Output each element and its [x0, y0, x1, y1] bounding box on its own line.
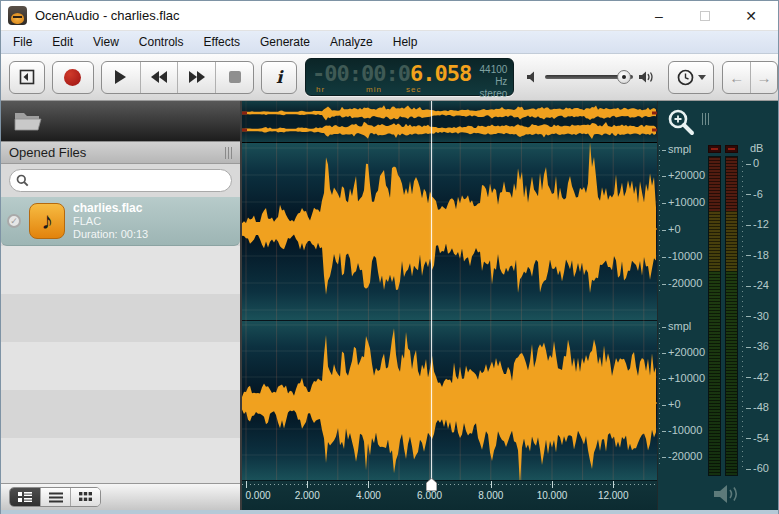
clock-icon: [677, 69, 694, 86]
forward-icon: [189, 71, 205, 83]
transport-group: [101, 61, 254, 94]
menu-controls[interactable]: Controls: [129, 31, 194, 53]
search-area: [1, 164, 240, 197]
menu-generate[interactable]: Generate: [250, 31, 320, 53]
info-icon: i: [276, 67, 282, 87]
monitor-speaker-icon[interactable]: [712, 483, 740, 505]
waveform-overview[interactable]: [242, 101, 657, 143]
time-tick-label: 4.000: [356, 490, 381, 501]
menu-analyze[interactable]: Analyze: [320, 31, 383, 53]
time-tick: [552, 481, 553, 488]
file-list[interactable]: ✓ ♪ charlies.flac FLAC Duration: 00:13: [1, 197, 240, 483]
panel-left-toggle-icon: [19, 69, 35, 85]
waveform-area[interactable]: 0.0002.0004.0006.0008.00010.00012.000: [242, 101, 657, 510]
db-tick-label: -6: [746, 188, 763, 200]
app-logo-icon: [8, 6, 27, 25]
maximize-icon: [700, 11, 710, 21]
db-tick-label: -30: [746, 310, 769, 322]
db-tick-label: -12: [746, 218, 769, 230]
amp-ruler-ch2: [659, 323, 660, 468]
panel-grip-icon-right[interactable]: [702, 113, 709, 125]
menu-file[interactable]: File: [3, 31, 42, 53]
amp-tick-label: -20000: [662, 450, 702, 462]
time-tick-label: 8.000: [478, 490, 503, 501]
time-axis-dots: [242, 484, 657, 485]
waveform-channel-left[interactable]: [242, 143, 657, 321]
amp-tick-label: +20000: [662, 346, 705, 358]
play-icon: [115, 70, 126, 84]
view-list-button[interactable]: [40, 488, 70, 506]
menu-help[interactable]: Help: [383, 31, 428, 53]
window-title: OcenAudio - charlies.flac: [35, 8, 180, 23]
maximize-button[interactable]: [694, 8, 716, 24]
level-meter-right: [725, 156, 738, 476]
waveform-channel-right[interactable]: [242, 321, 657, 480]
time-digits-bright: 6.058: [410, 61, 471, 86]
amp-tick-label: +0: [662, 223, 681, 235]
amp-tick-label: -10000: [662, 424, 702, 436]
search-icon: [16, 174, 29, 187]
amp-tick-label: -20000: [662, 277, 702, 289]
panel-title-bar[interactable]: Opened Files: [1, 141, 240, 164]
amp-tick-label: +10000: [662, 372, 705, 384]
amp-tick-label: +0: [662, 398, 681, 410]
db-tick-label: -24: [746, 279, 769, 291]
nav-back-button[interactable]: ←: [723, 62, 750, 93]
title-bar[interactable]: OcenAudio - charlies.flac – ✕: [1, 1, 778, 31]
view-grid-button[interactable]: [70, 488, 100, 506]
music-note-icon: ♪: [29, 203, 65, 239]
check-circle-icon: ✓: [7, 214, 21, 228]
view-detailed-button[interactable]: [10, 488, 40, 506]
time-tick-label: 6.000: [417, 490, 442, 501]
menu-effects[interactable]: Effects: [194, 31, 250, 53]
toggle-sidebar-button[interactable]: [9, 61, 45, 94]
time-tick-label: 2.000: [295, 490, 320, 501]
time-format-button[interactable]: [668, 61, 714, 94]
info-button[interactable]: i: [261, 61, 297, 94]
chevron-down-icon: [698, 75, 706, 80]
menu-bar: FileEditViewControlsEffectsGenerateAnaly…: [1, 31, 778, 54]
speaker-high-icon: [638, 70, 656, 84]
stop-button[interactable]: [215, 62, 253, 93]
time-axis[interactable]: 0.0002.0004.0006.0008.00010.00012.000: [242, 480, 657, 510]
detailed-list-icon: [18, 492, 32, 503]
panel-title: Opened Files: [9, 145, 86, 160]
volume-slider-knob[interactable]: [617, 70, 631, 84]
playhead-line[interactable]: [431, 101, 432, 481]
volume-slider[interactable]: [545, 75, 633, 79]
search-input[interactable]: [29, 172, 231, 190]
stop-icon: [229, 71, 241, 83]
menu-view[interactable]: View: [83, 31, 129, 53]
app-window: OcenAudio - charlies.flac – ✕ FileEditVi…: [0, 0, 779, 514]
record-button[interactable]: [52, 61, 94, 94]
menu-edit[interactable]: Edit: [42, 31, 83, 53]
db-tick-label: -36: [746, 340, 769, 352]
zoom-tool-icon[interactable]: [665, 107, 697, 139]
clip-indicator-right[interactable]: [725, 145, 738, 153]
time-tick: [307, 481, 308, 488]
sidebar-header: [1, 101, 240, 141]
simple-list-icon: [49, 492, 63, 503]
rewind-button[interactable]: [140, 62, 178, 93]
nav-forward-button[interactable]: →: [750, 62, 777, 93]
minimize-button[interactable]: –: [648, 8, 670, 24]
time-tick: [613, 481, 614, 488]
right-panel: dB smpl+20000+10000+0-10000-20000smpl+20…: [657, 101, 778, 510]
close-button[interactable]: ✕: [740, 8, 762, 24]
play-button[interactable]: [102, 62, 140, 93]
panel-grip-icon[interactable]: [225, 147, 232, 159]
open-folder-icon: [13, 109, 45, 133]
window-bottom-edge: [1, 510, 778, 514]
clip-indicator-left[interactable]: [708, 145, 721, 153]
grid-icon: [79, 492, 92, 503]
file-item-charlies[interactable]: ✓ ♪ charlies.flac FLAC Duration: 00:13: [1, 197, 240, 246]
speaker-low-icon: [526, 70, 540, 84]
level-meter-left: [708, 156, 721, 476]
view-mode-bar: [1, 483, 240, 510]
time-tick-label: 0.000: [245, 490, 270, 501]
forward-button[interactable]: [177, 62, 215, 93]
playhead-marker[interactable]: [426, 478, 437, 491]
channel-mode-label: stereo: [471, 88, 507, 100]
db-tick-label: -60: [746, 462, 769, 474]
time-digits-dim: -00:00:0: [312, 61, 410, 86]
